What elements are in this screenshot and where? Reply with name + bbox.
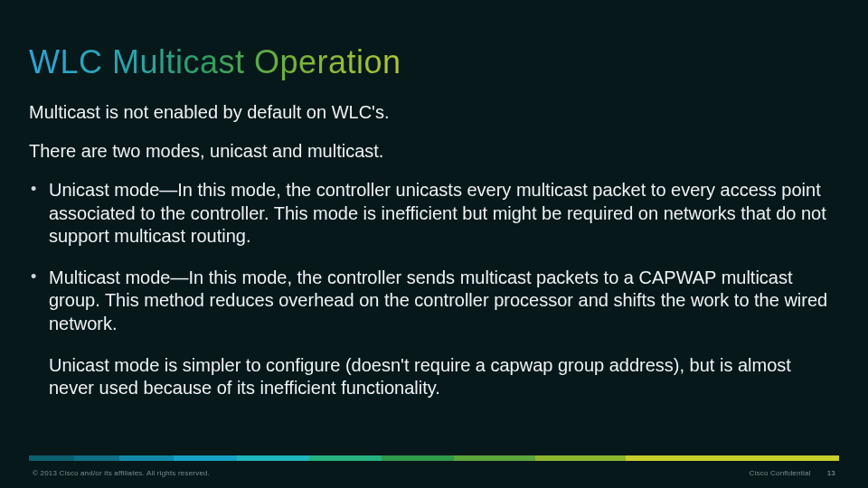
bullet-item: Unicast mode—In this mode, the controlle… — [29, 179, 832, 249]
bullet-list: Unicast mode—In this mode, the controlle… — [29, 179, 832, 336]
brand-color-bar — [29, 455, 839, 461]
footer-confidential: Cisco Confidential — [750, 469, 811, 477]
brand-bar-segment — [119, 455, 174, 461]
brand-bar-segment — [29, 455, 74, 461]
slide-body: Multicast is not enabled by default on W… — [29, 101, 832, 400]
closing-paragraph: Unicast mode is simpler to configure (do… — [49, 354, 832, 400]
brand-bar-segment — [174, 455, 237, 461]
brand-bar-segment — [454, 455, 535, 461]
intro-paragraph-1: Multicast is not enabled by default on W… — [29, 101, 832, 124]
brand-bar-segment — [626, 455, 839, 461]
page-number: 13 — [827, 469, 835, 477]
brand-bar-segment — [535, 455, 626, 461]
slide-footer: © 2013 Cisco and/or its affiliates. All … — [33, 466, 835, 479]
intro-paragraph-2: There are two modes, unicast and multica… — [29, 140, 832, 163]
slide: WLC Multicast Operation Multicast is not… — [0, 0, 868, 488]
brand-bar-segment — [382, 455, 454, 461]
brand-bar-segment — [309, 455, 382, 461]
bullet-item: Multicast mode—In this mode, the control… — [29, 267, 832, 336]
brand-bar-segment — [74, 455, 119, 461]
slide-title: WLC Multicast Operation — [29, 43, 401, 81]
footer-copyright: © 2013 Cisco and/or its affiliates. All … — [33, 469, 210, 477]
brand-bar-segment — [237, 455, 309, 461]
